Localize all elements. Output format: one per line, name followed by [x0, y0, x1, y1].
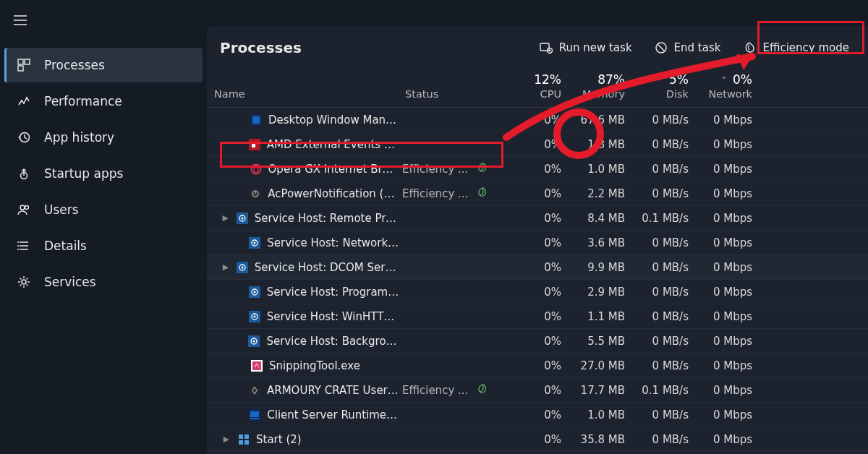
network-value: 0 Mbps	[697, 286, 761, 299]
chevron-right-icon[interactable]: ▶	[221, 434, 231, 444]
svg-point-5	[20, 205, 25, 210]
sidebar-item-processes[interactable]: Processes	[4, 48, 203, 82]
end-task-button[interactable]: End task	[645, 35, 730, 61]
sidebar-item-performance[interactable]: Performance	[4, 84, 203, 119]
table-row[interactable]: ▶Service Host: Remote Procedu...0%8.4 MB…	[207, 206, 868, 231]
svg-point-6	[25, 206, 29, 210]
table-row[interactable]: Desktop Window Manager0%67.6 MB0 MB/s0 M…	[207, 108, 868, 132]
users-icon	[17, 202, 31, 217]
svg-rect-15	[252, 116, 260, 124]
svg-rect-43	[250, 411, 259, 417]
table-row[interactable]: ARMOURY CRATE User Sessio...Efficiency .…	[207, 378, 868, 403]
svg-point-29	[241, 266, 243, 268]
disk-label: Disk	[666, 88, 689, 100]
network-value: 0 Mbps	[697, 163, 761, 176]
sidebar-item-label: Startup apps	[44, 166, 123, 181]
chevron-right-icon[interactable]: ▶	[221, 213, 230, 223]
column-name[interactable]: Name	[207, 69, 399, 107]
table-row[interactable]: Service Host: Background Intel...0%5.5 M…	[207, 329, 868, 354]
column-status[interactable]: Status	[399, 69, 506, 107]
history-icon	[17, 130, 31, 145]
cpu-value: 0%	[506, 335, 570, 348]
process-icon	[236, 261, 249, 274]
process-icon	[248, 408, 261, 421]
memory-value: 3.6 MB	[570, 236, 634, 249]
end-task-label: End task	[674, 41, 721, 54]
disk-value: 0.1 MB/s	[634, 384, 697, 397]
memory-value: 67.6 MB	[570, 113, 634, 127]
svg-point-9	[17, 249, 19, 250]
network-value: 0 Mbps	[697, 433, 761, 446]
process-icon	[248, 384, 261, 397]
cpu-value: 0%	[506, 261, 570, 274]
process-icon	[237, 433, 250, 446]
cpu-value: 0%	[506, 433, 570, 446]
memory-value: 1.1 MB	[570, 310, 634, 323]
disk-value: 0 MB/s	[634, 310, 697, 323]
process-name: ARMOURY CRATE User Sessio...	[267, 384, 399, 397]
performance-icon	[17, 94, 31, 108]
efficiency-mode-button[interactable]: Efficiency mode	[733, 35, 858, 61]
svg-point-17	[251, 164, 260, 174]
cpu-value: 0%	[506, 286, 570, 299]
end-task-icon	[654, 40, 668, 55]
column-cpu[interactable]: 12% CPU	[506, 69, 570, 107]
chevron-right-icon[interactable]: ▶	[221, 262, 230, 272]
table-row[interactable]: ▶Start (2)0%35.8 MB0 MB/s0 Mbps	[207, 427, 868, 452]
svg-rect-47	[239, 440, 243, 445]
disk-value: 0 MB/s	[634, 335, 697, 348]
memory-value: 2.2 MB	[570, 187, 634, 200]
header: Processes Run new task End task	[207, 26, 868, 69]
process-name: Service Host: DCOM Server Pr...	[255, 261, 399, 274]
table-row[interactable]: AcPowerNotification (32 bit)Efficiency .…	[207, 181, 868, 206]
status-text: Efficiency ...	[402, 187, 468, 200]
sort-indicator-icon: ⌄	[720, 71, 728, 81]
svg-point-26	[254, 241, 256, 244]
table-row[interactable]: Service Host: Network Service0%3.6 MB0 M…	[207, 231, 868, 255]
process-icon	[236, 212, 249, 225]
cpu-label: CPU	[540, 88, 561, 100]
svg-rect-40	[252, 361, 261, 370]
run-task-icon	[539, 40, 553, 55]
svg-point-23	[241, 217, 243, 219]
sidebar-item-startup[interactable]: Startup apps	[4, 156, 203, 191]
table-row[interactable]: AMD External Events Client M...0%1.8 MB0…	[207, 132, 868, 157]
process-icon	[249, 187, 262, 200]
column-disk[interactable]: 5% Disk	[634, 69, 697, 107]
disk-value: 0 MB/s	[634, 286, 697, 299]
table-row[interactable]: SnippingTool.exe0%27.0 MB0 MB/s0 Mbps	[207, 354, 868, 378]
svg-rect-46	[244, 434, 249, 439]
services-icon	[17, 275, 31, 289]
svg-point-32	[253, 291, 255, 293]
run-new-task-button[interactable]: Run new task	[530, 35, 641, 61]
table-row[interactable]: Client Server Runtime Process0%1.0 MB0 M…	[207, 403, 868, 427]
disk-percent: 5%	[669, 72, 689, 87]
cpu-value: 0%	[506, 408, 570, 421]
sidebar-item-services[interactable]: Services	[4, 265, 203, 299]
sidebar-item-details[interactable]: Details	[4, 228, 203, 263]
process-name: Client Server Runtime Process	[267, 408, 399, 421]
process-name: AcPowerNotification (32 bit)	[268, 187, 399, 200]
table-row[interactable]: Service Host: Program Compa...0%2.9 MB0 …	[207, 280, 868, 304]
svg-point-10	[22, 280, 26, 284]
table-row[interactable]: ▶Service Host: DCOM Server Pr...0%9.9 MB…	[207, 255, 868, 280]
sidebar-item-label: Services	[44, 275, 96, 289]
process-name: Desktop Window Manager	[268, 113, 399, 127]
network-value: 0 Mbps	[697, 236, 761, 249]
table-row[interactable]: Service Host: WinHTTP Web Pr...0%1.1 MB0…	[207, 304, 868, 329]
run-new-task-label: Run new task	[559, 41, 632, 54]
memory-value: 35.8 MB	[570, 433, 634, 446]
column-memory[interactable]: 87% Memory	[570, 69, 634, 107]
sidebar-item-label: Users	[44, 202, 79, 217]
process-name: Service Host: Remote Procedu...	[255, 212, 399, 225]
disk-value: 0 MB/s	[634, 138, 697, 151]
table-row[interactable]: Opera GX Internet BrowserEfficiency ...0…	[207, 157, 868, 181]
sidebar-item-users[interactable]: Users	[4, 192, 203, 227]
table-header[interactable]: ⌄ Name Status 12% CPU 87% Memory 5% Disk…	[207, 69, 868, 108]
hamburger-menu-icon[interactable]	[6, 6, 35, 35]
sidebar-item-history[interactable]: App history	[4, 120, 203, 155]
cpu-value: 0%	[506, 187, 570, 200]
process-icon	[247, 335, 260, 348]
column-network[interactable]: 0% Network	[697, 69, 761, 107]
leaf-icon	[477, 187, 488, 201]
